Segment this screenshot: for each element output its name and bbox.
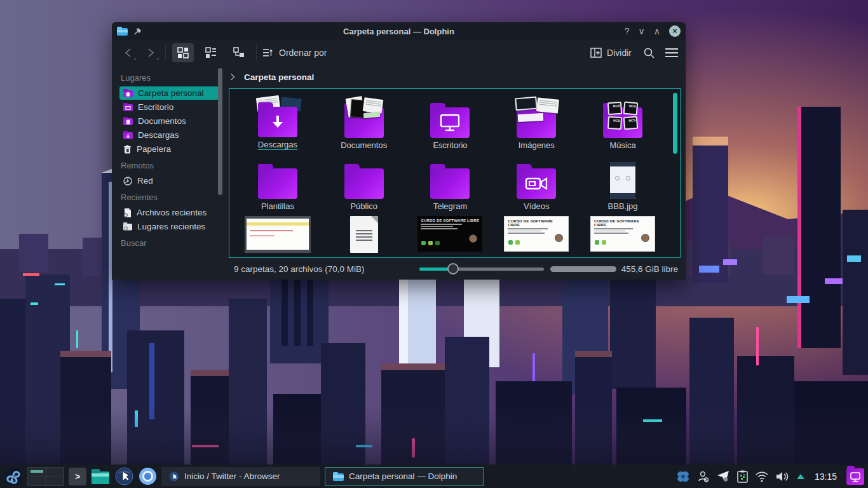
video-camera-icon — [525, 176, 548, 191]
file-item-videos[interactable]: Vídeos — [493, 155, 580, 211]
pager-desktop-4[interactable] — [46, 477, 64, 485]
app-launcher-button[interactable] — [4, 467, 23, 486]
abrowser-task-icon — [169, 471, 179, 482]
file-item-thumbnail[interactable]: CURSO DE SOFTWARE LIBRE — [493, 216, 580, 255]
maximize-button[interactable]: ∧ — [654, 27, 660, 36]
virtual-desktop-pager[interactable] — [27, 467, 64, 486]
compact-view-icon — [205, 47, 217, 58]
file-item-thumbnail[interactable] — [321, 216, 407, 255]
sidebar-item-documentos[interactable]: Documentos — [119, 114, 219, 128]
search-icon — [643, 47, 655, 59]
section-lugares: Lugares — [121, 73, 224, 83]
file-item-thumbnail[interactable]: CURSO DE SOFTWARE LIBRE — [580, 216, 666, 255]
sort-label: Ordenar por — [279, 48, 327, 58]
pager-desktop-1[interactable] — [28, 468, 46, 477]
file-item-documentos[interactable]: Documentos — [321, 94, 407, 150]
titlebar[interactable]: Carpeta personal — Dolphin ? ∨ ∧ × — [112, 22, 686, 40]
split-button[interactable]: Dividir — [590, 48, 632, 58]
minimize-button[interactable]: ∨ — [639, 27, 645, 36]
abrowser-launcher[interactable] — [114, 467, 133, 486]
file-item-thumbnail[interactable] — [234, 216, 321, 255]
dolphin-task-icon — [333, 472, 344, 481]
close-button[interactable]: × — [669, 25, 681, 37]
documents-folder-icon — [123, 117, 133, 125]
places-panel: Lugares Carpeta personal Escritorio — [112, 65, 224, 258]
sidebar-item-papelera[interactable]: Papelera — [119, 142, 219, 156]
chromium-icon — [139, 467, 157, 485]
file-item-telegram[interactable]: Telegram — [407, 155, 494, 211]
volume-tray-icon[interactable] — [776, 471, 789, 482]
slide-thumbnail-dark: CURSO DE SOFTWARE LIBRE — [417, 216, 482, 252]
task-dolphin[interactable]: Carpeta personal — Dolphin — [325, 467, 484, 486]
user-tray-icon[interactable] — [697, 470, 710, 483]
compact-view-button[interactable] — [200, 43, 222, 62]
pager-desktop-2[interactable] — [46, 468, 64, 477]
details-view-icon — [233, 47, 245, 58]
clock[interactable]: 13:15 — [815, 471, 837, 482]
sidebar-item-escritorio[interactable]: Escritorio — [119, 100, 219, 114]
system-tray: 13:15 — [676, 468, 864, 485]
file-item-escritorio[interactable]: Escritorio — [407, 94, 494, 150]
file-item-musica[interactable]: NCS NCS NCS NCS Música — [580, 94, 666, 150]
wifi-tray-icon[interactable] — [755, 471, 769, 482]
file-item-thumbnail[interactable]: CURSO DE SOFTWARE LIBRE — [407, 216, 494, 255]
chromium-launcher[interactable] — [138, 467, 157, 486]
telegram-tray-icon[interactable] — [717, 470, 730, 482]
file-item-imagenes[interactable]: Imágenes — [493, 94, 580, 150]
toolbar-separator — [256, 45, 257, 60]
sidebar-item-lugares-recientes[interactable]: Lugares recientes — [119, 220, 219, 233]
details-view-button[interactable] — [228, 43, 250, 62]
file-item-publico[interactable]: Público — [321, 155, 407, 211]
sidebar-item-carpeta-personal[interactable]: Carpeta personal — [119, 86, 219, 100]
back-button[interactable]: ⌄ — [119, 45, 136, 60]
menu-button[interactable] — [665, 48, 678, 57]
toolbar: ⌄ ⌄ — [112, 40, 686, 65]
file-view[interactable]: Descargas Documentos — [229, 88, 681, 258]
breadcrumb-folder[interactable]: Carpeta personal — [244, 72, 314, 82]
desktop-folder-widget[interactable] — [846, 468, 864, 485]
clipboard-tray-icon[interactable] — [737, 470, 748, 483]
zoom-slider-handle[interactable] — [447, 263, 459, 274]
taskbar: > — [0, 464, 868, 488]
search-button[interactable] — [643, 47, 655, 59]
dolphin-launcher[interactable] — [91, 467, 110, 486]
recent-folder-icon — [123, 222, 132, 231]
split-icon — [590, 48, 602, 58]
icons-view-button[interactable] — [172, 43, 194, 62]
section-remotos: Remotos — [121, 161, 224, 170]
monitor-icon — [850, 472, 861, 482]
view-vertical-scrollbar[interactable] — [673, 93, 677, 154]
desktop-folder-icon — [123, 103, 133, 111]
abrowser-globe-icon — [115, 467, 133, 485]
sidebar-item-archivos-recientes[interactable]: Archivos recientes — [119, 206, 219, 219]
task-abrowser[interactable]: Inicio / Twitter - Abrowser — [161, 467, 320, 486]
album-previews: NCS NCS NCS NCS — [608, 102, 638, 130]
forward-button[interactable]: ⌄ — [142, 45, 159, 60]
help-button[interactable]: ? — [625, 27, 630, 36]
section-buscar: Buscar — [121, 238, 224, 248]
file-item-descargas[interactable]: Descargas — [234, 94, 321, 150]
folder-view-container: Carpeta personal — [224, 65, 686, 258]
recent-file-icon — [123, 208, 132, 217]
dolphin-window: Carpeta personal — Dolphin ? ∨ ∧ × ⌄ ⌄ — [112, 22, 686, 280]
file-item-bbb[interactable]: BBB.jpg — [580, 155, 666, 211]
free-space-bar — [550, 266, 616, 272]
sort-button[interactable]: Ordenar por — [263, 48, 327, 58]
window-folder-icon — [117, 27, 128, 36]
slide-thumbnail-light: CURSO DE SOFTWARE LIBRE — [504, 216, 569, 252]
sync-knot-tray-icon[interactable] — [676, 470, 690, 484]
sidebar-vertical-scrollbar[interactable] — [218, 68, 222, 195]
konsole-launcher[interactable]: > — [69, 468, 86, 485]
split-label: Dividir — [607, 48, 632, 58]
terminal-prompt-icon: > — [75, 471, 80, 482]
zoom-slider[interactable] — [419, 263, 544, 274]
file-item-plantillas[interactable]: Plantillas — [234, 155, 321, 211]
pager-desktop-3[interactable] — [28, 477, 46, 485]
home-folder-icon — [123, 89, 133, 97]
sort-icon — [263, 48, 274, 58]
sidebar-item-red[interactable]: Red — [119, 174, 219, 187]
download-arrow-icon — [269, 114, 286, 130]
pin-icon[interactable] — [133, 27, 142, 36]
sidebar-item-descargas[interactable]: Descargas — [119, 128, 219, 142]
tray-expander-icon[interactable] — [796, 473, 805, 480]
